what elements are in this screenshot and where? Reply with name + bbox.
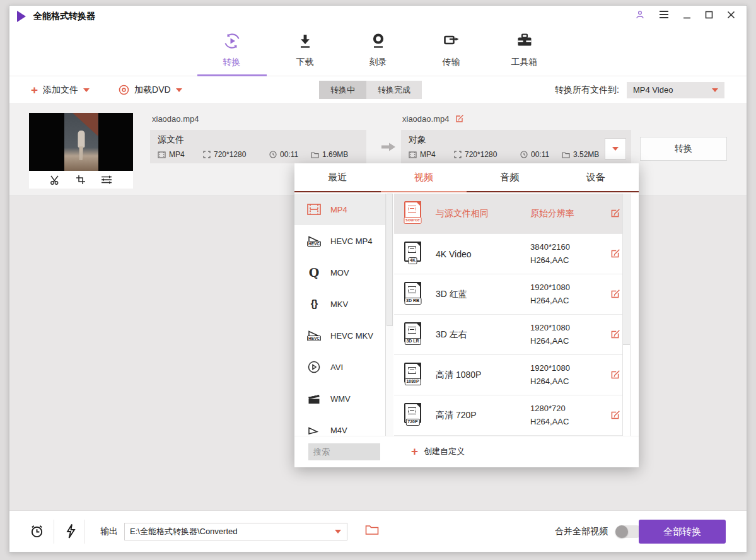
tab-toolbox[interactable]: 工具箱: [502, 25, 547, 76]
maximize-icon[interactable]: [705, 11, 713, 19]
panel-tab-recent[interactable]: 最近: [294, 163, 381, 192]
edit-preset-icon[interactable]: [610, 410, 620, 423]
tab-label: 工具箱: [511, 57, 538, 68]
target-format-dropdown-button[interactable]: [605, 138, 626, 160]
burn-icon: [370, 32, 387, 52]
close-icon[interactable]: [727, 11, 735, 19]
output-format-select[interactable]: MP4 Video: [627, 82, 724, 98]
format-label: HEVC MP4: [330, 236, 372, 246]
convert-all-button[interactable]: 全部转换: [639, 520, 726, 544]
format-label: MOV: [330, 268, 349, 277]
minimize-icon[interactable]: [683, 11, 691, 19]
source-file-icon: source: [404, 201, 421, 221]
preset-list-scrollbar[interactable]: [622, 194, 631, 436]
thumbnail-image: [29, 113, 133, 171]
format-label: M4V: [330, 426, 347, 435]
source-filename: xiaodao.mp4: [152, 114, 199, 124]
effects-icon[interactable]: [101, 175, 112, 185]
filter-finished[interactable]: 转换完成: [366, 81, 422, 99]
create-custom-button[interactable]: + 创建自定义: [411, 445, 465, 457]
video-thumbnail[interactable]: [29, 113, 133, 189]
format-picker-panel: 最近 视频 音频 设备 MP4 HEVC HEVC MP4: [294, 163, 639, 467]
preset-row-1080p[interactable]: 1080P 高清 1080P 1920*1080H264,AAC: [394, 355, 622, 395]
panel-tab-audio[interactable]: 音频: [467, 163, 553, 192]
format-item-mov[interactable]: Q MOV: [294, 257, 385, 288]
chevron-down-icon: [176, 88, 182, 92]
tab-burn[interactable]: 刻录: [356, 25, 401, 76]
preset-row-same-as-source[interactable]: source 与源文件相同 原始分辨率: [394, 194, 622, 234]
film-icon: [409, 151, 417, 158]
hevc-play-icon: HEVC: [306, 235, 322, 247]
edit-preset-icon[interactable]: [610, 248, 620, 262]
preset-row-3d-rb[interactable]: 3D RB 3D 红蓝 1920*1080H264,AAC: [394, 274, 622, 315]
schedule-icon[interactable]: [29, 523, 45, 542]
panel-tab-device[interactable]: 设备: [553, 163, 639, 192]
source-duration: 00:11: [269, 150, 311, 159]
panel-tab-video[interactable]: 视频: [381, 163, 467, 192]
format-item-mkv[interactable]: {} MKV: [294, 288, 385, 320]
preset-row-720p[interactable]: 720P 高清 720P 1280*720H264,AAC: [394, 395, 622, 436]
filter-converting[interactable]: 转换中: [319, 81, 366, 99]
app-logo-icon: [17, 11, 26, 22]
folder-icon: [311, 151, 319, 158]
tab-download[interactable]: 下载: [282, 25, 328, 76]
high-speed-icon[interactable]: [65, 523, 76, 542]
app-window: 全能格式转换器: [9, 5, 747, 552]
source-info-box: 源文件 MP4 720*1280 00:11: [150, 130, 366, 163]
format-label: MKV: [330, 300, 348, 309]
convert-button[interactable]: 转换: [640, 137, 727, 161]
tab-transfer[interactable]: 传输: [429, 25, 474, 76]
edit-preset-icon[interactable]: [610, 329, 620, 342]
target-format: MP4: [409, 150, 454, 159]
preset-row-4k[interactable]: 4K 4K Video 3840*2160H264,AAC: [394, 234, 622, 274]
rename-icon[interactable]: [455, 114, 464, 124]
format-label: HEVC MKV: [330, 331, 373, 341]
menu-icon[interactable]: [659, 10, 669, 19]
format-item-hevc-mp4[interactable]: HEVC HEVC MP4: [294, 225, 385, 257]
open-folder-icon[interactable]: [365, 524, 379, 538]
format-item-m4v[interactable]: M4V: [294, 414, 385, 436]
format-item-hevc-mkv[interactable]: HEVC HEVC MKV: [294, 320, 385, 351]
output-path-select[interactable]: [124, 523, 347, 540]
search-input[interactable]: [308, 443, 380, 460]
format-list: MP4 HEVC HEVC MP4 Q MOV {} MKV: [294, 194, 385, 436]
trim-icon[interactable]: [50, 175, 61, 185]
divider: [84, 520, 84, 544]
target-info-box: 对象 MP4 720*1280 00:11: [401, 130, 631, 163]
target-duration: 00:11: [520, 150, 562, 159]
divider: [54, 520, 54, 544]
target-filename-row: xiaodao.mp4: [402, 114, 464, 124]
chevron-down-icon: [712, 88, 718, 92]
file-icon-3d-rb: 3D RB: [404, 282, 421, 302]
toolbox-icon: [516, 32, 533, 52]
panel-tabs: 最近 视频 音频 设备: [294, 163, 639, 192]
add-files-button[interactable]: + 添加文件: [31, 84, 90, 96]
clapperboard-icon: [306, 394, 322, 404]
tab-label: 转换: [223, 57, 241, 68]
format-item-avi[interactable]: AVI: [294, 351, 385, 383]
account-icon[interactable]: [635, 9, 645, 20]
chevron-down-icon: [335, 530, 341, 534]
tab-label: 下载: [296, 57, 314, 68]
crop-icon[interactable]: [76, 175, 86, 185]
edit-preset-icon[interactable]: [610, 370, 620, 383]
format-label: MP4: [330, 205, 347, 214]
output-format-value: MP4 Video: [633, 85, 673, 95]
output-path-input[interactable]: [125, 527, 335, 537]
chevron-down-icon: [83, 88, 90, 92]
main-area: xiaodao.mp4 源文件 MP4 720*1280 00:11: [9, 103, 747, 510]
status-filter: 转换中 转换完成: [319, 81, 422, 99]
convert-all-to-label: 转换所有文件到:: [555, 85, 619, 96]
thumbnail-toolbar: [29, 171, 133, 189]
format-item-wmv[interactable]: WMV: [294, 383, 385, 414]
load-dvd-button[interactable]: 加载DVD: [119, 85, 182, 96]
format-item-mp4[interactable]: MP4: [294, 194, 385, 225]
edit-preset-icon[interactable]: [610, 208, 620, 221]
edit-preset-icon[interactable]: [610, 289, 620, 302]
tab-convert[interactable]: 转换: [209, 25, 255, 76]
tab-label: 刻录: [369, 57, 387, 68]
download-icon: [297, 32, 313, 52]
app-title: 全能格式转换器: [33, 11, 95, 22]
preset-row-3d-lr[interactable]: 3D LR 3D 左右 1920*1080H264,AAC: [394, 315, 622, 355]
format-list-scrollbar[interactable]: [385, 194, 393, 436]
